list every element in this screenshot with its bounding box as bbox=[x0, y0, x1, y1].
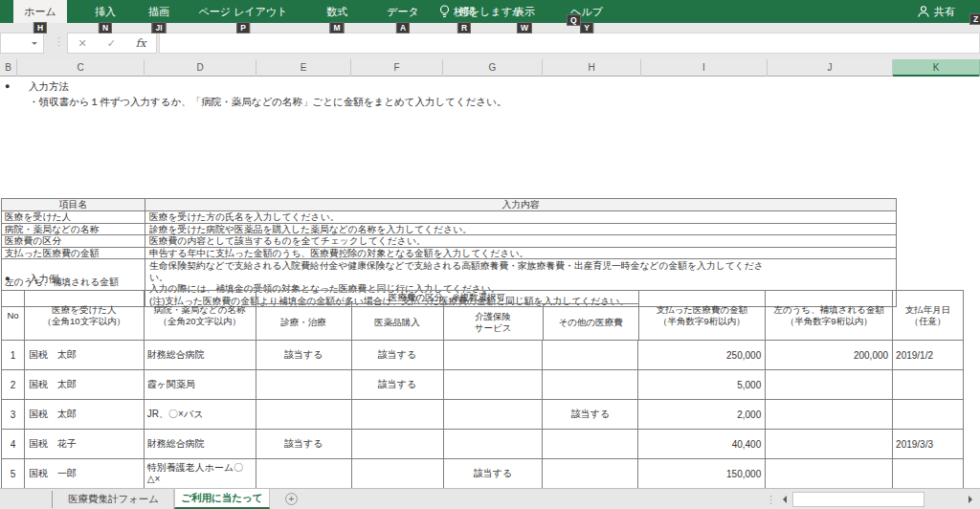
tabbar-splitter-icon[interactable]: ⋮ bbox=[766, 492, 776, 507]
formula-bar-input[interactable] bbox=[159, 33, 980, 54]
cell-cat-treatment[interactable] bbox=[256, 400, 352, 430]
method-item-cell[interactable]: 医療費の区分 bbox=[2, 235, 145, 248]
cell-hospital[interactable]: 特別養護老人ホーム〇△× bbox=[145, 459, 256, 489]
scrollbar-thumb[interactable] bbox=[792, 492, 924, 507]
method-desc-cell[interactable]: 申告する年中に支払った金額のうち、医療費控除の対象となる金額を入力してください。 bbox=[145, 248, 897, 260]
cell-no[interactable]: 5 bbox=[2, 459, 25, 489]
cell-no[interactable]: 3 bbox=[2, 400, 25, 430]
cell-cat-nursing[interactable] bbox=[444, 400, 544, 430]
header-cat-treatment[interactable]: 診療・治療 bbox=[256, 304, 352, 341]
cell-refund[interactable] bbox=[766, 400, 893, 430]
column-header-h[interactable]: H bbox=[543, 59, 641, 77]
cell-person[interactable]: 国税 太郎 bbox=[25, 341, 145, 370]
cell-refund[interactable] bbox=[766, 430, 893, 459]
cell-cat-other[interactable] bbox=[543, 430, 638, 459]
cell-no[interactable]: 1 bbox=[2, 341, 25, 370]
header-refund-amount[interactable]: 左のうち、補填される金額 （半角数字9桁以内） bbox=[766, 291, 893, 341]
scroll-right-button[interactable] bbox=[965, 492, 978, 507]
cell-date[interactable]: 2019/3/3 bbox=[893, 430, 964, 459]
cell-cat-medicine[interactable] bbox=[352, 400, 444, 430]
method-item-cell[interactable]: 病院・薬局などの名称 bbox=[2, 224, 145, 236]
method-desc-cell[interactable]: 医療費の内容として該当するものを全てチェックしてください。 bbox=[145, 235, 897, 248]
column-header-b[interactable]: B bbox=[0, 59, 17, 77]
cell-paid[interactable]: 5,000 bbox=[638, 370, 766, 400]
cell-person[interactable]: 国税 一郎 bbox=[25, 459, 145, 489]
cell-cat-nursing[interactable] bbox=[444, 430, 544, 459]
name-box[interactable] bbox=[0, 33, 44, 54]
cell-paid[interactable]: 2,000 bbox=[638, 400, 766, 430]
tab-formulas[interactable]: 数式 M bbox=[320, 0, 354, 23]
header-paid-amount[interactable]: 支払った医療費の金額 （半角数字9桁以内） bbox=[639, 291, 767, 341]
cell-hospital[interactable]: 財務総合病院 bbox=[145, 341, 256, 370]
method-desc-cell[interactable]: 診療を受けた病院や医薬品を購入した薬局などの名称を入力してください。 bbox=[145, 224, 897, 236]
tab-data[interactable]: データ A bbox=[383, 0, 423, 23]
header-cat-medicine[interactable]: 医薬品購入 bbox=[352, 304, 444, 341]
header-hospital[interactable]: 病院・薬局などの名称 （全角20文字以内） bbox=[145, 291, 256, 341]
cell-cat-other[interactable]: 該当する bbox=[543, 400, 638, 430]
cell-no[interactable]: 4 bbox=[2, 430, 25, 459]
header-category-group-label[interactable]: 医療費の区分 ※複数選択可 bbox=[256, 291, 639, 304]
tab-page-layout[interactable]: ページ レイアウト P bbox=[195, 0, 291, 23]
horizontal-scrollbar[interactable] bbox=[791, 492, 965, 507]
column-header-c[interactable]: C bbox=[17, 59, 145, 77]
column-header-e[interactable]: E bbox=[256, 59, 351, 77]
tab-draw[interactable]: 描画 JI bbox=[142, 0, 176, 23]
header-cat-nursing[interactable]: 介護保険 サービス bbox=[444, 304, 544, 341]
method-header-item[interactable]: 項目名 bbox=[2, 199, 145, 211]
cell-cat-treatment[interactable]: 該当する bbox=[256, 430, 352, 459]
cell-cat-medicine[interactable]: 該当する bbox=[352, 370, 444, 400]
share-button[interactable]: 共有 bbox=[917, 0, 955, 23]
cell-refund[interactable] bbox=[766, 370, 893, 400]
header-cat-other[interactable]: その他の医療費 bbox=[544, 304, 639, 341]
cell-date[interactable]: 2019/1/2 bbox=[893, 341, 964, 370]
cell-cat-other[interactable] bbox=[543, 370, 638, 400]
cell-cat-medicine[interactable]: 該当する bbox=[352, 341, 444, 370]
cell-cat-nursing[interactable] bbox=[444, 341, 544, 370]
cell-cat-medicine[interactable] bbox=[352, 430, 444, 459]
cancel-icon[interactable]: ✕ bbox=[78, 37, 86, 50]
method-header-content[interactable]: 入力内容 bbox=[145, 199, 897, 211]
cell-hospital[interactable]: 財務総合病院 bbox=[145, 430, 256, 459]
cell-person[interactable]: 国税 太郎 bbox=[25, 370, 145, 400]
cell-cat-medicine[interactable] bbox=[352, 459, 444, 489]
header-person[interactable]: 医療を受けた人 （全角10文字以内） bbox=[25, 291, 145, 341]
cell-hospital[interactable]: 霞ヶ関薬局 bbox=[145, 370, 256, 400]
header-no[interactable]: No bbox=[2, 291, 25, 341]
tell-me-search[interactable]: 何をしますか bbox=[438, 0, 523, 23]
enter-icon[interactable]: ✓ bbox=[107, 37, 116, 50]
method-item-cell[interactable]: 支払った医療費の金額 bbox=[2, 248, 145, 260]
tab-insert[interactable]: 挿入 N bbox=[88, 0, 122, 23]
column-header-d[interactable]: D bbox=[145, 59, 256, 77]
cell-date[interactable] bbox=[893, 400, 964, 430]
cell-cat-other[interactable] bbox=[543, 341, 638, 370]
cell-paid[interactable]: 40,400 bbox=[638, 430, 766, 459]
cell-cat-treatment[interactable] bbox=[256, 459, 352, 489]
sheet-tab-usage-active[interactable]: ご利用に当たって bbox=[174, 489, 270, 509]
cell-refund[interactable] bbox=[766, 459, 893, 489]
cell-date[interactable] bbox=[893, 370, 964, 400]
insert-function-icon[interactable]: fx bbox=[136, 36, 146, 50]
cell-hospital[interactable]: JR、〇×バス bbox=[145, 400, 256, 430]
tab-home[interactable]: ホーム H bbox=[13, 0, 67, 23]
cell-person[interactable]: 国税 花子 bbox=[25, 430, 145, 459]
cell-cat-treatment[interactable] bbox=[256, 370, 352, 400]
cell-refund[interactable]: 200,000 bbox=[766, 341, 893, 370]
cell-cat-treatment[interactable]: 該当する bbox=[256, 341, 352, 370]
column-header-f[interactable]: F bbox=[351, 59, 443, 77]
cell-paid[interactable]: 150,000 bbox=[638, 459, 766, 489]
cell-date[interactable] bbox=[893, 459, 964, 489]
name-box-dropdown-icon[interactable] bbox=[32, 42, 37, 48]
header-payment-date[interactable]: 支払年月日 （任意） bbox=[893, 291, 964, 341]
formula-bar-splitter-icon[interactable]: ⋮ bbox=[54, 33, 64, 49]
column-header-j[interactable]: J bbox=[768, 59, 893, 77]
cell-cat-other[interactable] bbox=[543, 459, 638, 489]
cell-cat-nursing[interactable] bbox=[444, 370, 544, 400]
cell-paid[interactable]: 250,000 bbox=[638, 341, 766, 370]
sheet-tab-form[interactable]: 医療費集計フォーム bbox=[54, 489, 174, 509]
cell-no[interactable]: 2 bbox=[2, 370, 25, 400]
new-sheet-icon[interactable]: + bbox=[285, 493, 298, 505]
scroll-left-button[interactable] bbox=[777, 492, 791, 507]
cell-person[interactable]: 国税 太郎 bbox=[25, 400, 145, 430]
column-header-k-selected[interactable]: K bbox=[893, 59, 980, 77]
column-header-i[interactable]: I bbox=[641, 59, 768, 77]
